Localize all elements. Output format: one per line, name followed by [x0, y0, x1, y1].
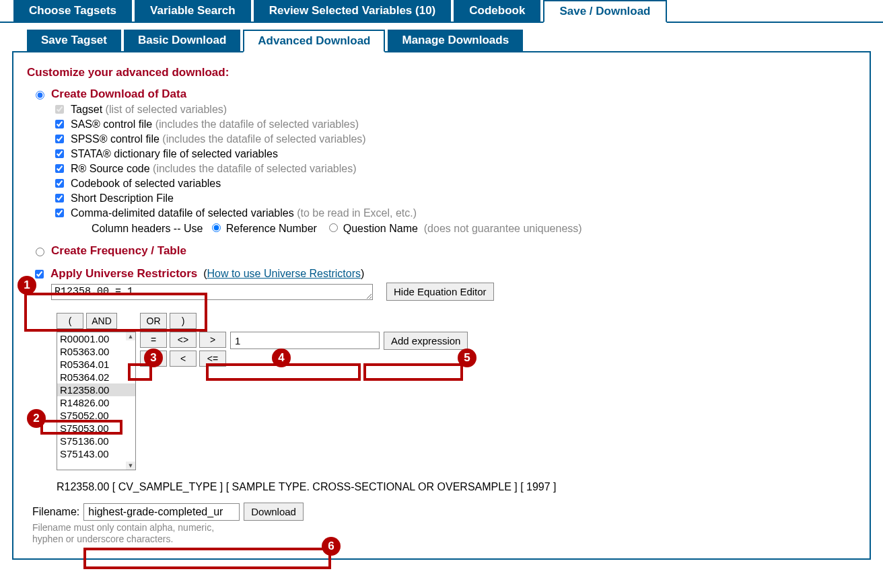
- label-tagset: Tagset: [71, 104, 102, 116]
- top-nav: Choose Tagsets Variable Search Review Se…: [0, 0, 883, 23]
- filename-hint: Filename must only contain alpha, numeri…: [32, 522, 856, 545]
- checkbox-csv[interactable]: [55, 209, 64, 217]
- link-universe-howto[interactable]: How to use Universe Restrictors: [207, 268, 361, 280]
- list-item[interactable]: R05364.01: [57, 358, 135, 371]
- hint-csv: (to be read in Excel, etc.): [297, 207, 417, 219]
- list-item[interactable]: S75136.00: [57, 435, 135, 447]
- hide-equation-editor-button[interactable]: Hide Equation Editor: [386, 283, 494, 301]
- variable-list[interactable]: ▲ R00001.00 R05363.00 R05364.01 R05364.0…: [57, 332, 136, 470]
- label-codebook: Codebook of selected variables: [71, 178, 221, 190]
- sub-nav: Save Tagset Basic Download Advanced Down…: [0, 30, 883, 52]
- op-eq[interactable]: =: [140, 332, 167, 348]
- label-shortdesc: Short Description File: [71, 192, 174, 205]
- checkbox-spss[interactable]: [55, 135, 64, 143]
- checkbox-stata[interactable]: [55, 149, 64, 158]
- filename-input[interactable]: [83, 503, 240, 521]
- op-le[interactable]: <=: [199, 351, 226, 367]
- list-item-selected[interactable]: R12358.00: [57, 383, 135, 396]
- filename-label: Filename:: [32, 506, 79, 518]
- op-lparen[interactable]: (: [57, 313, 83, 329]
- subtab-basic-download[interactable]: Basic Download: [124, 30, 240, 52]
- label-spss: SPSS® control file: [71, 133, 160, 145]
- op-ne[interactable]: <>: [170, 332, 197, 348]
- tab-variable-search[interactable]: Variable Search: [135, 0, 251, 22]
- checkbox-codebook[interactable]: [55, 179, 64, 188]
- radio-create-data[interactable]: [36, 91, 44, 100]
- op-and[interactable]: AND: [86, 313, 117, 329]
- label-sas: SAS® control file: [71, 118, 152, 131]
- op-rparen[interactable]: ): [170, 313, 197, 329]
- hint-spss: (includes the datafile of selected varia…: [162, 133, 365, 145]
- checkbox-r[interactable]: [55, 164, 64, 173]
- variable-detail: R12358.00 [ CV_SAMPLE_TYPE ] [ SAMPLE TY…: [57, 481, 856, 493]
- label-create-data: Create Download of Data: [51, 87, 186, 101]
- tab-save-download[interactable]: Save / Download: [543, 0, 666, 23]
- hint-r: (includes the datafile of selected varia…: [153, 163, 356, 175]
- subtab-advanced-download[interactable]: Advanced Download: [243, 30, 385, 52]
- list-item[interactable]: R00001.00: [57, 332, 135, 345]
- scroll-down-icon[interactable]: ▼: [126, 462, 135, 470]
- checkbox-universe[interactable]: [35, 270, 44, 279]
- content-panel: Customize your advanced download: Create…: [12, 51, 871, 560]
- label-colhdr: Column headers -- Use: [92, 223, 203, 234]
- scroll-up-icon[interactable]: ▲: [126, 332, 135, 340]
- section-title: Customize your advanced download:: [27, 66, 856, 79]
- list-item[interactable]: S75053.00: [57, 422, 135, 435]
- list-item[interactable]: R14826.00: [57, 396, 135, 409]
- hint-tagset: (list of selected variables): [106, 104, 227, 116]
- list-item[interactable]: S75143.00: [57, 447, 135, 460]
- label-universe: Apply Universe Restrictors: [50, 267, 197, 281]
- label-colhdr-refnum: Reference Number: [226, 223, 317, 234]
- op-or[interactable]: OR: [140, 313, 167, 329]
- equation-editor: ( AND ▲ R00001.00 R05363.00 R05364.01 R0…: [57, 313, 856, 470]
- list-item[interactable]: S75052.00: [57, 409, 135, 422]
- op-gt[interactable]: >: [199, 332, 226, 348]
- add-expression-button[interactable]: Add expression: [384, 332, 468, 350]
- hint-colhdr-qname: (does not guarantee uniqueness): [424, 223, 582, 234]
- tab-review-selected[interactable]: Review Selected Variables (10): [254, 0, 452, 22]
- hint-sas: (includes the datafile of selected varia…: [155, 118, 359, 131]
- radio-colhdr-qname[interactable]: [329, 223, 338, 232]
- tab-codebook[interactable]: Codebook: [454, 0, 540, 22]
- checkbox-tagset: [55, 105, 64, 114]
- list-item[interactable]: R05363.00: [57, 345, 135, 358]
- op-lt[interactable]: <: [170, 351, 197, 367]
- download-button[interactable]: Download: [244, 503, 304, 521]
- checkbox-shortdesc[interactable]: [55, 194, 64, 203]
- radio-create-freq[interactable]: [36, 248, 44, 256]
- value-input[interactable]: [230, 332, 380, 349]
- checkbox-sas[interactable]: [55, 120, 64, 128]
- subtab-save-tagset[interactable]: Save Tagset: [27, 30, 121, 52]
- label-colhdr-qname: Question Name: [343, 223, 418, 234]
- op-ge[interactable]: >=: [140, 351, 167, 367]
- label-create-freq: Create Frequency / Table: [51, 244, 186, 258]
- label-csv: Comma-delimited datafile of selected var…: [71, 207, 294, 219]
- subtab-manage-downloads[interactable]: Manage Downloads: [388, 30, 523, 52]
- label-stata: STATA® dictionary file of selected varia…: [71, 148, 278, 160]
- radio-colhdr-refnum[interactable]: [212, 223, 221, 232]
- expression-textarea[interactable]: [51, 284, 373, 300]
- list-item[interactable]: R05364.02: [57, 371, 135, 383]
- tab-choose-tagsets[interactable]: Choose Tagsets: [13, 0, 132, 22]
- label-r: R® Source code: [71, 163, 150, 175]
